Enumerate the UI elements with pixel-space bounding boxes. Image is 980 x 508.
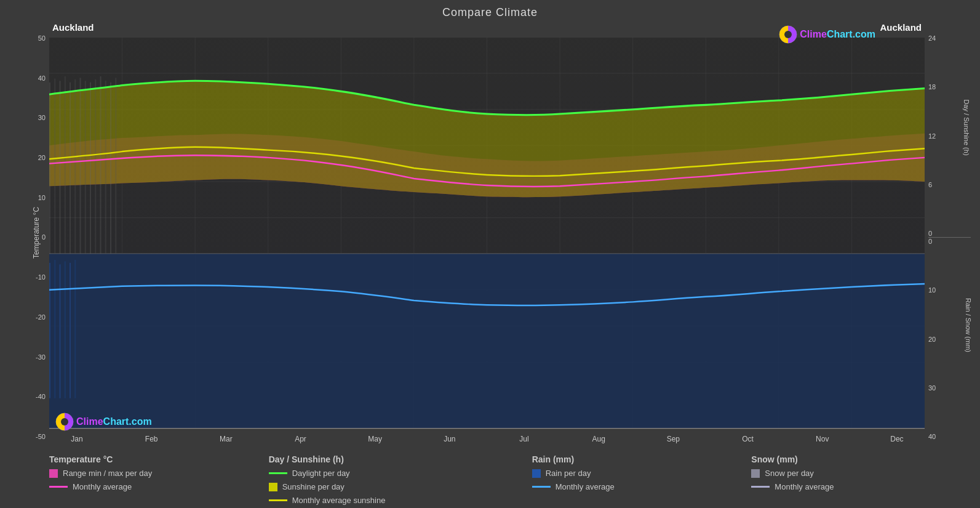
chart-svg xyxy=(49,22,925,443)
legend-line-daylight xyxy=(269,472,287,474)
legend-box-sunshine xyxy=(269,483,277,491)
svg-rect-28 xyxy=(49,254,925,428)
page: Compare Climate Temperature °C 50 40 30 … xyxy=(0,0,980,508)
svg-rect-46 xyxy=(65,261,66,398)
legend-label-monthly-temp: Monthly average xyxy=(73,482,132,491)
legend-col-snow: Snow (mm) Snow per day Monthly average ©… xyxy=(751,454,971,505)
y-tick-30: 30 xyxy=(38,114,46,121)
y-tick-n30: -30 xyxy=(36,353,46,361)
legend-title-temp: Temperature °C xyxy=(49,454,269,464)
svg-rect-36 xyxy=(85,81,86,254)
legend-label-rain: Rain per day xyxy=(546,469,591,478)
legend-label-range: Range min / max per day xyxy=(63,469,152,478)
y-axis-right-label-bottom: Rain / Snow (mm) xyxy=(965,298,972,352)
y-axis-right-label-top: Day / Sunshine (h) xyxy=(962,99,970,155)
legend-label-monthly-snow: Monthly average xyxy=(775,482,834,491)
y-axis-right: 24 18 12 6 0 0 10 20 30 40 Day / Sunshin… xyxy=(925,22,971,443)
legend-item-rain-box: Rain per day xyxy=(532,469,752,478)
legend-item-daylight: Daylight per day xyxy=(269,469,532,478)
y-tick-n40: -40 xyxy=(36,393,46,400)
page-title: Compare Climate xyxy=(0,6,980,19)
logo-icon-top xyxy=(779,25,797,44)
y-tick-40: 40 xyxy=(38,75,46,82)
legend-col-sunshine: Day / Sunshine (h) Daylight per day Suns… xyxy=(269,454,532,505)
legend-title-snow: Snow (mm) xyxy=(751,454,971,464)
svg-rect-33 xyxy=(70,83,71,254)
legend-col-rain: Rain (mm) Rain per day Monthly average xyxy=(532,454,752,505)
svg-point-3 xyxy=(61,418,68,425)
legend-label-monthly-sunshine: Monthly average sunshine xyxy=(292,496,386,505)
svg-rect-34 xyxy=(74,79,76,254)
x-month-jun: Jun xyxy=(425,435,474,443)
y-tick-n20: -20 xyxy=(36,313,46,321)
y-tick-n50: -50 xyxy=(36,433,46,440)
svg-rect-48 xyxy=(74,260,76,398)
city-label-left: Auckland xyxy=(52,22,94,33)
legend-line-monthly-temp xyxy=(49,486,68,488)
legend-item-monthly-avg-temp: Monthly average xyxy=(49,482,269,491)
x-month-jul: Jul xyxy=(500,435,549,443)
y-tick-20: 20 xyxy=(38,154,46,161)
svg-rect-41 xyxy=(110,83,111,254)
legend-line-monthly-snow xyxy=(751,486,770,488)
svg-rect-40 xyxy=(105,81,106,254)
legend-line-monthly-rain xyxy=(532,486,551,488)
x-axis: Jan Feb Mar Apr May Jun Jul Aug Sep Oct … xyxy=(49,435,925,443)
y-tick-0: 0 xyxy=(42,233,46,241)
logo-icon-bottom xyxy=(55,413,74,431)
legend-item-monthly-avg-snow: Monthly average xyxy=(751,482,971,491)
legend-item-snow-box: Snow per day xyxy=(751,469,971,478)
svg-rect-32 xyxy=(65,76,66,254)
svg-rect-37 xyxy=(90,83,91,254)
legend-item-range: Range min / max per day xyxy=(49,469,269,478)
svg-rect-44 xyxy=(54,260,55,398)
svg-rect-42 xyxy=(115,78,116,254)
y-right-tick-0: 0 xyxy=(928,230,971,237)
y-right-tick-mm40: 40 xyxy=(928,433,971,440)
x-month-oct: Oct xyxy=(723,435,773,443)
legend-label-monthly-rain: Monthly average xyxy=(556,482,615,491)
y-right-tick-18: 18 xyxy=(928,83,971,91)
legend-col-temperature: Temperature °C Range min / max per day M… xyxy=(49,454,269,505)
chart-container: Auckland Auckland ClimeChart.com xyxy=(49,22,925,443)
logo-bottom-left: ClimeChart.com xyxy=(55,413,152,431)
x-month-jan: Jan xyxy=(52,435,102,443)
x-month-feb: Feb xyxy=(127,435,176,443)
legend-box-rain xyxy=(532,469,541,478)
svg-point-1 xyxy=(784,31,792,38)
x-month-nov: Nov xyxy=(798,435,847,443)
legend-item-monthly-avg-rain: Monthly average xyxy=(532,482,752,491)
svg-rect-30 xyxy=(54,79,55,254)
x-month-apr: Apr xyxy=(276,435,325,443)
logo-text-bottom: ClimeChart.com xyxy=(76,416,152,427)
svg-rect-35 xyxy=(79,78,81,254)
x-month-may: May xyxy=(351,435,400,443)
y-right-tick-6: 6 xyxy=(928,181,971,188)
legend-label-sunshine-box: Sunshine per day xyxy=(282,482,345,491)
y-tick-n10: -10 xyxy=(36,273,46,281)
legend-label-daylight: Daylight per day xyxy=(292,469,350,478)
x-month-mar: Mar xyxy=(201,435,250,443)
y-right-tick-mm30: 30 xyxy=(928,384,971,392)
legend-label-snow: Snow per day xyxy=(765,469,814,478)
svg-rect-43 xyxy=(49,263,50,398)
legend-line-monthly-sunshine xyxy=(269,499,287,501)
logo-text-top: ClimeChart.com xyxy=(800,29,875,40)
y-right-tick-mm0: 0 xyxy=(928,238,971,245)
y-tick-50: 50 xyxy=(38,34,46,42)
y-axis-left-label: Temperature °C xyxy=(32,207,41,259)
svg-rect-47 xyxy=(70,263,71,398)
logo-top-right: ClimeChart.com xyxy=(779,25,875,44)
svg-rect-45 xyxy=(59,264,60,398)
legend-title-sunshine: Day / Sunshine (h) xyxy=(269,454,532,464)
svg-rect-39 xyxy=(100,76,101,254)
y-tick-10: 10 xyxy=(38,194,46,201)
x-month-dec: Dec xyxy=(872,435,922,443)
legend-box-range xyxy=(49,469,58,478)
legend: Temperature °C Range min / max per day M… xyxy=(9,443,971,508)
svg-rect-29 xyxy=(49,83,50,254)
legend-box-snow xyxy=(751,469,760,478)
x-month-sep: Sep xyxy=(648,435,698,443)
city-label-right: Auckland xyxy=(880,22,922,33)
y-right-tick-mm10: 10 xyxy=(928,286,971,294)
